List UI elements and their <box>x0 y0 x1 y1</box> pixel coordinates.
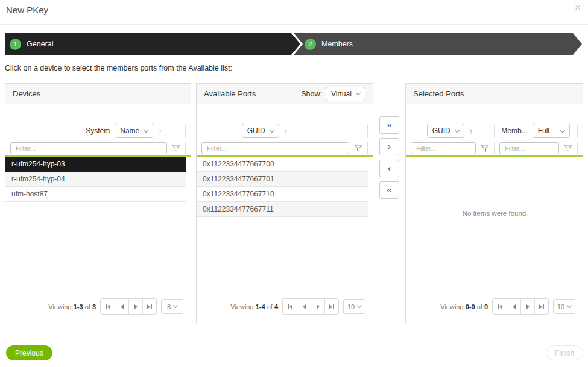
step-number-badge: 2 <box>305 39 316 50</box>
sort-field-value: GUID <box>432 127 450 135</box>
step-label: Members <box>321 40 353 48</box>
chevron-down-icon <box>144 127 148 132</box>
first-page-button[interactable] <box>283 299 297 314</box>
available-filter-input[interactable] <box>201 142 349 154</box>
filter-funnel-icon[interactable] <box>481 145 489 152</box>
selected-guid-filter-input[interactable] <box>411 142 476 154</box>
pagination-buttons <box>100 298 157 315</box>
instruction-text: Click on a device to select the members … <box>5 64 232 72</box>
pagination-buttons <box>492 298 549 315</box>
prev-page-button[interactable] <box>297 299 311 314</box>
sort-asc-icon[interactable]: ↑ <box>469 127 473 136</box>
chevron-down-icon <box>455 127 460 132</box>
move-left-button[interactable]: ‹ <box>379 160 399 177</box>
page-size-value: 10 <box>347 303 355 310</box>
next-page-icon <box>317 304 320 309</box>
move-right-button[interactable]: › <box>379 138 399 155</box>
show-select[interactable]: Virtual <box>326 87 365 101</box>
available-table-body: 0x1122334477667700 0x1122334477667701 0x… <box>197 157 368 217</box>
table-row[interactable]: 0x1122334477667711 <box>197 202 368 217</box>
page-title: New PKey <box>6 5 48 15</box>
prev-page-icon <box>121 304 124 309</box>
sort-field-value: GUID <box>247 127 265 135</box>
chevron-down-icon <box>173 303 178 308</box>
first-page-icon <box>107 304 110 309</box>
page-size-select[interactable]: 10 <box>343 299 365 314</box>
last-page-button[interactable] <box>324 299 338 314</box>
last-page-icon <box>329 304 332 309</box>
table-row[interactable]: r-ufm254-hyp-04 <box>5 172 186 187</box>
sort-field-select[interactable]: GUID <box>242 124 279 138</box>
previous-button[interactable]: Previous <box>6 345 52 360</box>
available-filter-row <box>197 142 373 155</box>
next-page-button[interactable] <box>311 299 324 314</box>
filter-funnel-icon[interactable] <box>172 145 180 152</box>
last-page-icon <box>539 304 542 309</box>
move-all-right-button[interactable]: » <box>379 116 399 134</box>
available-pagination: Viewing 1-4 of 4 10 <box>230 298 365 315</box>
transfer-buttons: » › ‹ « <box>379 116 399 199</box>
membership-column-label: Memb... <box>501 127 527 135</box>
panel-title: Available Ports <box>204 89 256 98</box>
first-page-button[interactable] <box>101 299 115 314</box>
close-icon[interactable]: × <box>575 2 581 13</box>
chevron-down-icon <box>356 90 361 95</box>
step-number-badge: 1 <box>10 39 21 50</box>
tab-members[interactable]: 2 Members <box>305 33 353 55</box>
first-page-icon <box>289 304 292 309</box>
page-size-select[interactable]: 10 <box>553 299 575 314</box>
column-divider <box>185 125 186 137</box>
last-page-button[interactable] <box>142 299 156 314</box>
show-filter-group: Show: Virtual <box>301 87 365 101</box>
filter-funnel-icon[interactable] <box>564 145 572 152</box>
table-row-selected[interactable]: r-ufm254-hyp-03 <box>5 157 186 172</box>
devices-filter-input[interactable] <box>10 142 167 154</box>
panel-title: Devices <box>13 89 40 98</box>
devices-column-header: System Name ↑ <box>5 122 191 139</box>
available-panel-body: GUID ↑ 0x1122334477667700 0x112233447766… <box>197 104 373 324</box>
selected-column-header: GUID ↑ Memb... Full <box>406 122 583 139</box>
selected-panel-body: GUID ↑ Memb... Full <box>406 104 583 324</box>
table-row[interactable]: 0x1122334477667701 <box>197 172 368 187</box>
chevron-down-icon <box>270 127 274 132</box>
table-row[interactable]: ufm-host87 <box>5 187 186 202</box>
filter-funnel-icon[interactable] <box>354 145 362 152</box>
selected-panel-header: Selected Ports <box>406 84 583 104</box>
membership-select[interactable]: Full <box>533 124 570 138</box>
sort-field-select[interactable]: Name <box>115 124 153 138</box>
sort-asc-icon[interactable]: ↑ <box>158 127 162 136</box>
step-label: General <box>27 40 53 48</box>
sort-asc-icon[interactable]: ↑ <box>284 127 288 136</box>
tab-general[interactable]: 1 General <box>10 33 53 55</box>
column-divider <box>367 142 368 154</box>
prev-page-button[interactable] <box>507 299 520 314</box>
next-page-button[interactable] <box>128 299 142 314</box>
table-row[interactable]: 0x1122334477667700 <box>197 157 368 172</box>
first-page-button[interactable] <box>493 299 507 314</box>
next-page-button[interactable] <box>520 299 534 314</box>
finish-button[interactable]: Finish <box>546 345 583 360</box>
pagination-buttons <box>282 298 339 315</box>
devices-panel: Devices System Name ↑ <box>5 83 191 324</box>
membership-value: Full <box>538 127 549 135</box>
next-page-icon <box>526 304 530 309</box>
prev-page-button[interactable] <box>115 299 128 314</box>
column-divider <box>185 142 186 154</box>
page-size-value: 10 <box>557 303 564 310</box>
panel-title: Selected Ports <box>413 89 464 98</box>
page-size-value: 8 <box>167 303 171 310</box>
move-all-left-button[interactable]: « <box>379 181 399 199</box>
table-header-underline <box>406 155 583 157</box>
table-row[interactable]: 0x1122334477667710 <box>197 187 368 202</box>
devices-table-body: r-ufm254-hyp-03 r-ufm254-hyp-04 ufm-host… <box>5 157 186 202</box>
last-page-button[interactable] <box>534 299 548 314</box>
selected-pagination: Viewing 0-0 of 0 10 <box>440 298 575 315</box>
devices-panel-header: Devices <box>5 84 191 104</box>
sort-field-select[interactable]: GUID <box>427 124 464 138</box>
selected-membership-filter-input[interactable] <box>499 142 559 154</box>
column-label: System <box>86 127 110 135</box>
available-column-header: GUID ↑ <box>197 122 373 139</box>
page-size-select[interactable]: 8 <box>161 299 183 314</box>
devices-pagination: Viewing 1-3 of 3 8 <box>48 298 183 315</box>
chevron-down-icon <box>357 303 362 308</box>
